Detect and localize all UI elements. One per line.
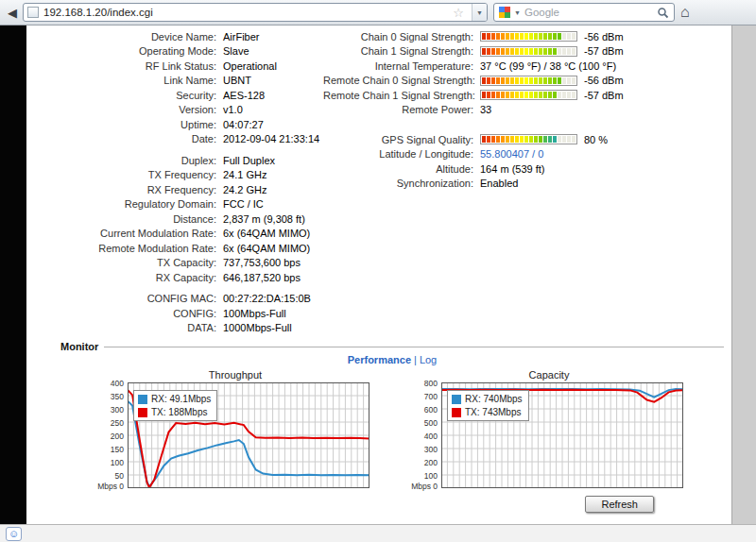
field-value: 00:27:22:DA:15:0B: [223, 293, 311, 304]
y-axis-label: 300: [111, 405, 124, 415]
search-box[interactable]: ▼ Google: [493, 3, 675, 22]
refresh-button[interactable]: Refresh: [585, 496, 654, 513]
gauge-segment: [539, 92, 542, 98]
legend-swatch: [452, 408, 461, 417]
chart-y-axis: 40035030025020015010050Mbps 0: [97, 382, 128, 488]
gauge-segment: [529, 48, 533, 55]
search-magnifier-icon[interactable]: [657, 7, 669, 19]
field-value-area: AES-128: [223, 90, 265, 101]
status-row: Current Modulation Rate:6x (64QAM MIMO): [60, 227, 323, 242]
field-value-area: -57 dBm: [480, 90, 624, 101]
gauge-segment: [543, 77, 547, 84]
log-link[interactable]: Log: [420, 354, 437, 365]
gauge-segment: [487, 92, 490, 98]
y-axis-label: 500: [424, 418, 438, 428]
field-value-area: 24.2 GHz: [223, 184, 266, 195]
legend-label: RX: 740Mbps: [465, 394, 523, 404]
refresh-row: Refresh: [60, 488, 724, 513]
field-label: CONFIG MAC:: [60, 293, 223, 304]
legend-swatch: [138, 408, 147, 417]
y-axis-label: 50: [115, 471, 124, 481]
url-dropdown-button[interactable]: ▼: [472, 4, 487, 21]
field-value: Full Duplex: [223, 155, 275, 166]
url-bar[interactable]: 192.168.1.20/index.cgi ☆ ▼: [23, 3, 488, 22]
gauge-segment: [548, 136, 552, 143]
gauge-segment: [482, 77, 486, 84]
field-value: FCC / IC: [223, 198, 264, 210]
gauge-segment: [567, 92, 571, 98]
window-left-edge: [0, 25, 26, 524]
field-value-area: 1000Mbps-Full: [223, 322, 292, 333]
status-row: Regulatory Domain:FCC / IC: [60, 197, 323, 212]
status-row: Uptime:04:07:27: [60, 117, 323, 132]
coordinates-link[interactable]: 55.800407 / 0: [480, 148, 543, 160]
field-value-area: 646,187,520 bps: [223, 272, 301, 283]
engine-dropdown-icon[interactable]: ▼: [514, 9, 521, 16]
status-row: RX Capacity:646,187,520 bps: [60, 270, 323, 285]
gauge-segment: [520, 136, 524, 143]
field-value-area: UBNT: [223, 75, 251, 86]
y-axis-label: 700: [424, 392, 438, 401]
gauge-segment: [482, 48, 486, 55]
bookmark-star-icon[interactable]: ☆: [450, 6, 467, 20]
gauge-segment: [524, 77, 528, 84]
home-button[interactable]: ⌂: [680, 5, 690, 20]
field-label: Device Name:: [60, 31, 223, 42]
field-value-area: v1.0: [223, 104, 243, 115]
gauge-segment: [567, 77, 571, 84]
gauge-segment: [543, 136, 547, 143]
back-button[interactable]: ◀: [8, 7, 17, 19]
field-value-area: 2012-09-04 21:33:14: [223, 133, 319, 144]
performance-link[interactable]: Performance: [348, 354, 411, 365]
monitor-tabs: Performance|Log: [60, 354, 724, 365]
gauge-segment: [529, 77, 533, 84]
field-value-area: -56 dBm: [480, 31, 624, 42]
gauge-segment: [558, 48, 561, 55]
signal-gauge: [480, 76, 577, 86]
gauge-segment: [496, 136, 500, 143]
gauge-segment: [524, 33, 528, 40]
signal-gauge: [480, 90, 577, 100]
status-bar-addon-icon[interactable]: ☺: [6, 527, 22, 541]
field-value-area: 2,837 m (9,308 ft): [223, 213, 305, 225]
chart-body: 800700600500400300200100Mbps 0 RX: 740Mb…: [411, 382, 687, 488]
gauge-segment: [543, 48, 547, 55]
status-row: Synchronization:Enabled: [323, 177, 724, 192]
field-value: Enabled: [480, 178, 518, 189]
gauge-segment: [524, 92, 528, 98]
field-label: RF Link Status:: [60, 60, 223, 72]
gauge-segment: [482, 33, 486, 40]
browser-status-bar: ☺: [0, 524, 756, 542]
field-label: Chain 1 Signal Strength:: [323, 45, 480, 57]
field-label: Distance:: [60, 213, 223, 225]
field-value: 1000Mbps-Full: [223, 322, 292, 333]
gauge-segment: [529, 136, 533, 143]
y-axis-label: 250: [111, 418, 124, 428]
gauge-segment: [524, 48, 528, 55]
field-value: 2,837 m (9,308 ft): [223, 213, 305, 225]
field-label: Uptime:: [60, 119, 223, 130]
legend-swatch: [138, 395, 147, 404]
search-input[interactable]: Google: [524, 7, 653, 18]
gauge-segment: [496, 33, 500, 40]
gauge-segment: [529, 92, 533, 98]
field-label: Synchronization:: [323, 178, 480, 189]
field-value: 164 m (539 ft): [480, 163, 544, 175]
status-row: Remote Chain 1 Signal Strength:-57 dBm: [323, 88, 724, 103]
gauge-segment: [572, 92, 576, 98]
gauge-segment: [520, 33, 524, 40]
field-value: 646,187,520 bps: [223, 272, 301, 283]
field-value-area: 80 %: [480, 134, 608, 145]
gauge-segment: [515, 33, 519, 40]
gauge-segment: [515, 136, 519, 143]
gauge-segment: [553, 77, 557, 84]
field-label: Remote Modulation Rate:: [60, 243, 223, 254]
y-axis-label: 600: [424, 405, 438, 415]
status-row: Device Name:AirFiber: [60, 29, 323, 44]
status-row: CONFIG MAC:00:27:22:DA:15:0B: [60, 292, 323, 307]
field-label: RX Capacity:: [60, 272, 223, 283]
gauge-segment: [534, 48, 538, 55]
field-value-area: 55.800407 / 0: [480, 148, 543, 160]
field-value-area: -57 dBm: [480, 45, 624, 57]
field-label: Duplex:: [60, 155, 223, 166]
